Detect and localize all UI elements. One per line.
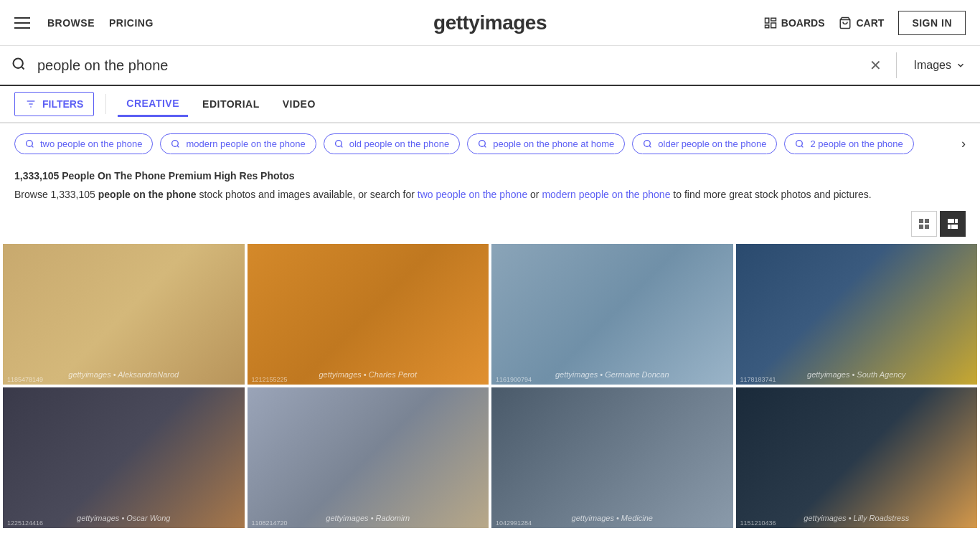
desc-or: or [527, 189, 542, 200]
filter-icon [25, 98, 37, 110]
header: BROWSE PRICING gettyimages BOARDS CART S… [0, 0, 980, 46]
suggestion-pill-4[interactable]: older people on the phone [632, 133, 777, 154]
image-thumbnail-6 [491, 387, 733, 528]
boards-icon [764, 17, 777, 29]
svg-rect-3 [765, 25, 768, 28]
cart-link[interactable]: CART [839, 17, 884, 29]
logo[interactable]: gettyimages [433, 11, 547, 34]
svg-rect-0 [765, 18, 768, 23]
desc-link1[interactable]: two people on the phone [418, 189, 527, 200]
svg-rect-24 [919, 225, 923, 229]
pricing-link[interactable]: PRICING [109, 17, 154, 29]
suggestion-pill-1[interactable]: modern people on the phone [160, 133, 316, 154]
suggestions-next-arrow[interactable]: › [961, 136, 966, 151]
svg-rect-27 [955, 219, 958, 223]
view-toggle [911, 211, 966, 237]
grid-view-icon [918, 218, 930, 230]
suggestion-pill-5[interactable]: 2 people on the phone [784, 133, 913, 154]
logo-text-normal: getty [433, 11, 479, 34]
suggestion-pill-3[interactable]: people on the phone at home [467, 133, 625, 154]
search-clear-button[interactable]: ✕ [858, 57, 893, 74]
svg-line-6 [22, 66, 24, 69]
svg-line-19 [649, 146, 651, 147]
image-id-6: 1042991284 [496, 519, 532, 527]
results-count: 1,333,105 People On The Phone Premium Hi… [0, 164, 980, 184]
mosaic-view-icon [947, 218, 958, 230]
header-right: BOARDS CART SIGN IN [764, 11, 966, 35]
suggestion-label-0: two people on the phone [40, 138, 142, 149]
suggestion-search-icon-4 [643, 139, 652, 149]
cart-icon [839, 17, 852, 29]
search-divider [896, 52, 897, 78]
image-grid: gettyimages • AleksandraNarod 1185478149… [0, 244, 980, 531]
image-card-3[interactable]: gettyimages • South Agency 1178183741 [736, 244, 978, 385]
search-input[interactable] [37, 57, 858, 74]
filters-label: FILTERS [42, 98, 83, 110]
chevron-down-icon [956, 60, 966, 70]
tab-creative[interactable]: CREATIVE [118, 92, 188, 117]
svg-rect-25 [925, 225, 929, 229]
grid-view-button[interactable] [911, 211, 937, 237]
svg-line-13 [177, 146, 179, 147]
svg-rect-22 [919, 219, 923, 223]
image-thumbnail-1 [248, 244, 489, 385]
image-id-2: 1161900794 [496, 376, 532, 383]
image-card-4[interactable]: gettyimages • Oscar Wong 1225124416 [3, 387, 245, 528]
svg-rect-2 [771, 23, 776, 28]
image-id-3: 1178183741 [740, 376, 776, 383]
image-id-1: 1212155225 [252, 376, 288, 383]
image-card-1[interactable]: gettyimages • Charles Perot 1212155225 [248, 244, 489, 385]
image-id-0: 1185478149 [7, 376, 43, 383]
suggestion-search-icon-3 [478, 139, 487, 149]
desc-middle: stock photos and images available, or se… [197, 189, 418, 200]
tab-video[interactable]: VIDEO [274, 93, 324, 116]
svg-line-15 [341, 146, 342, 147]
image-card-5[interactable]: gettyimages • Radomirn 1108214720 [248, 387, 489, 528]
mosaic-view-button[interactable] [940, 211, 966, 237]
cart-label: CART [856, 17, 884, 29]
suggestion-label-2: old people on the phone [349, 138, 450, 149]
svg-point-14 [335, 141, 341, 147]
desc-highlight: people on the phone [98, 189, 197, 200]
image-thumbnail-4 [3, 387, 245, 528]
suggestion-pill-2[interactable]: old people on the phone [324, 133, 461, 154]
results-count-text: 1,333,105 People On The Phone Premium Hi… [14, 170, 295, 182]
results-meta [0, 211, 980, 244]
image-card-6[interactable]: gettyimages • Medicine 1042991284 [491, 387, 733, 528]
filters-button[interactable]: FILTERS [14, 92, 94, 116]
desc-suffix: to find more great stock photos and pict… [670, 189, 871, 200]
suggestion-search-icon-2 [334, 139, 344, 149]
boards-label: BOARDS [781, 17, 825, 29]
desc-prefix: Browse 1,333,105 [14, 189, 98, 200]
image-card-0[interactable]: gettyimages • AleksandraNarod 1185478149 [3, 244, 245, 385]
sign-in-button[interactable]: SIGN IN [898, 11, 966, 35]
desc-link2[interactable]: modern people on the phone [542, 189, 670, 200]
svg-point-12 [172, 141, 179, 147]
search-bar: ✕ Images [0, 46, 980, 86]
suggestion-label-5: 2 people on the phone [810, 138, 903, 149]
search-icon [11, 57, 26, 71]
browse-link[interactable]: BROWSE [47, 17, 95, 29]
suggestion-label-3: people on the phone at home [493, 138, 614, 149]
boards-link[interactable]: BOARDS [764, 17, 825, 29]
svg-point-5 [14, 58, 23, 67]
header-nav: BROWSE PRICING [47, 17, 154, 29]
image-thumbnail-3 [736, 244, 978, 385]
suggestion-label-4: older people on the phone [658, 138, 766, 149]
search-type-selector[interactable]: Images [900, 59, 980, 72]
suggestion-search-icon-1 [171, 139, 180, 149]
svg-line-17 [484, 146, 486, 147]
image-id-4: 1225124416 [7, 519, 43, 527]
tab-editorial[interactable]: EDITORIAL [194, 93, 268, 116]
image-thumbnail-0 [3, 244, 245, 385]
image-card-2[interactable]: gettyimages • Germaine Doncan 1161900794 [491, 244, 733, 385]
logo-text-bold: images [479, 11, 547, 34]
hamburger-menu[interactable] [14, 17, 30, 29]
suggestion-pill-0[interactable]: two people on the phone [14, 133, 153, 154]
svg-point-10 [27, 141, 33, 147]
svg-point-18 [644, 141, 651, 147]
image-id-7: 1151210436 [740, 519, 776, 527]
suggestions-row: two people on the phone modern people on… [0, 123, 980, 164]
image-card-7[interactable]: gettyimages • Lilly Roadstress 115121043… [736, 387, 978, 528]
svg-rect-28 [948, 225, 951, 229]
